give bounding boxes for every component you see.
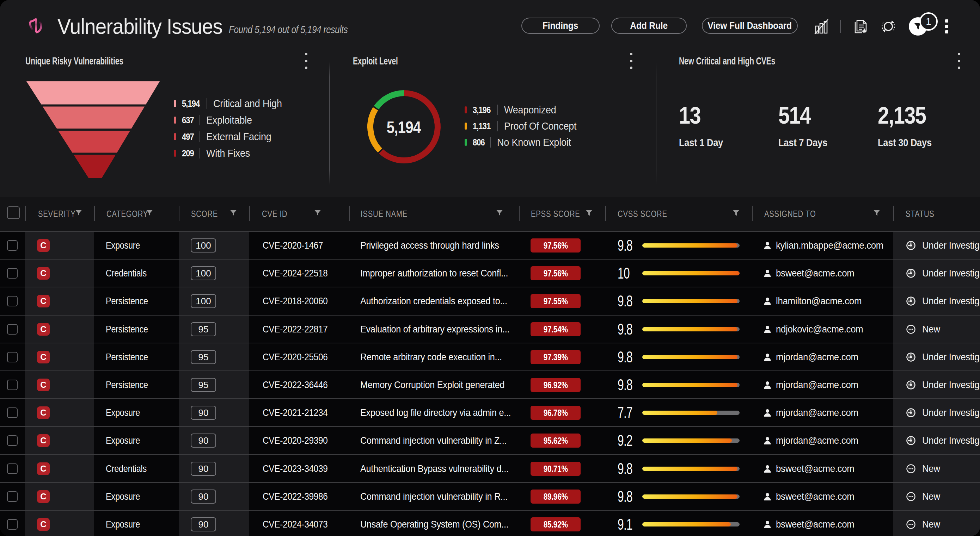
table-row[interactable]: C Persistence 95 CVE-2022-22817 Evaluati… [0, 315, 980, 343]
status-icon [906, 296, 916, 306]
category-cell: Exposure [106, 408, 140, 419]
epss-score-badge: 97.56% [531, 238, 581, 252]
column-header-assigned-to[interactable]: ASSIGNED TO [764, 208, 816, 219]
row-checkbox[interactable] [7, 352, 18, 362]
legend-label: With Fixes [206, 147, 250, 159]
select-all-checkbox[interactable] [7, 206, 20, 219]
row-checkbox[interactable] [7, 268, 18, 279]
table-row[interactable]: C Exposure 90 CVE-2020-29390 Command inj… [0, 426, 980, 454]
table-row[interactable]: C Exposure 90 CVE-2024-34073 Unsafe Oper… [0, 510, 980, 536]
column-header-status[interactable]: STATUS [905, 208, 934, 219]
category-cell: Exposure [106, 435, 140, 446]
column-header-issue-name[interactable]: ISSUE NAME [361, 208, 407, 219]
cvss-score-bar [642, 383, 740, 387]
table-row[interactable]: C Exposure 90 CVE-2021-21234 Exposed log… [0, 398, 980, 427]
column-filter-icon[interactable] [146, 209, 153, 217]
column-header-cve-id[interactable]: CVE ID [262, 208, 287, 219]
header-column-divider [94, 206, 95, 221]
funnel-panel-kebab-icon[interactable] [304, 53, 308, 69]
findings-button[interactable]: Findings [521, 17, 600, 34]
donut-total: 5,194 [374, 117, 433, 137]
category-cell: Credentials [106, 268, 146, 279]
add-rule-button[interactable]: Add Rule [611, 17, 687, 34]
column-filter-icon[interactable] [229, 209, 237, 217]
epss-score-badge: 89.96% [531, 490, 581, 504]
status-icon [906, 464, 916, 474]
cvss-score-cell: 9.8 [617, 237, 632, 254]
status-icon [906, 492, 916, 501]
table-row[interactable]: C Exposure 100 CVE-2020-1467 Privileged … [0, 231, 980, 259]
table-row[interactable]: C Exposure 90 CVE-2022-39986 Command inj… [0, 482, 980, 510]
assigned-to-cell: ndjokovic@acme.com [776, 324, 863, 335]
chart-trend-icon[interactable] [814, 18, 829, 35]
header-kebab-menu-icon[interactable] [942, 19, 951, 33]
person-icon [763, 408, 772, 417]
row-checkbox[interactable] [7, 240, 18, 251]
column-filter-icon[interactable] [496, 209, 503, 217]
column-header-cvss-score[interactable]: CVSS SCORE [617, 208, 667, 219]
header-column-divider [752, 206, 752, 221]
epss-score-badge: 95.62% [531, 433, 581, 447]
column-filter-icon[interactable] [873, 209, 881, 217]
row-checkbox[interactable] [7, 435, 18, 446]
score-chip: 100 [191, 238, 216, 252]
view-full-dashboard-button[interactable]: View Full Dashboard [702, 17, 798, 34]
status-cell: Under Investigation [922, 240, 980, 251]
legend-swatch [174, 117, 176, 124]
column-header-category[interactable]: CATEGORY [107, 208, 148, 219]
legend-label: Critical and High [213, 98, 282, 109]
table-row[interactable]: C Credentials 90 CVE-2023-34039 Authenti… [0, 454, 980, 482]
score-chip: 90 [191, 433, 216, 447]
export-report-icon[interactable] [853, 18, 869, 35]
severity-badge: C [37, 295, 50, 308]
stat-label: Last 7 Days [778, 136, 856, 149]
legend-value: 5,194 [182, 98, 199, 109]
column-header-score[interactable]: SCORE [191, 208, 218, 219]
legend-item: 3,196 Weaponized [465, 103, 560, 117]
table-row[interactable]: C Credentials 100 CVE-2024-22518 Imprope… [0, 259, 980, 287]
column-filter-icon[interactable] [732, 209, 740, 217]
person-icon [763, 520, 772, 529]
column-filter-icon[interactable] [314, 209, 321, 217]
row-checkbox[interactable] [7, 380, 18, 390]
funnel-slice [74, 155, 116, 178]
row-checkbox[interactable] [7, 463, 18, 474]
legend-item: 5,194 Critical and High [174, 97, 287, 111]
category-cell: Persistence [106, 380, 148, 390]
legend-value: 637 [182, 115, 194, 126]
cve-id-cell: CVE-2018-20060 [262, 295, 328, 307]
donut-panel-kebab-icon[interactable] [629, 53, 633, 69]
vulcan-logo [27, 16, 46, 36]
status-cell: New [922, 491, 940, 502]
cve-id-cell: CVE-2020-29390 [262, 435, 328, 446]
legend-divider [497, 121, 498, 132]
legend-label: External Facing [206, 131, 271, 143]
stats-panel-kebab-icon[interactable] [957, 53, 961, 69]
severity-badge: C [37, 351, 50, 363]
legend-swatch [174, 100, 176, 107]
table-row[interactable]: C Persistence 100 CVE-2018-20060 Authori… [0, 287, 980, 315]
row-checkbox[interactable] [7, 408, 18, 418]
row-checkbox[interactable] [7, 296, 18, 306]
category-cell: Exposure [106, 519, 140, 530]
issue-name-cell: Privileged access through hard links [360, 240, 499, 251]
sync-icon[interactable] [880, 18, 897, 35]
legend-item: 1,131 Proof Of Concept [465, 119, 582, 133]
column-filter-icon[interactable] [75, 209, 83, 217]
severity-badge: C [37, 462, 50, 475]
score-chip: 95 [191, 322, 216, 336]
column-filter-icon[interactable] [585, 209, 593, 217]
stat-label: Last 1 Day [679, 136, 757, 149]
legend-divider [199, 132, 200, 142]
status-icon [906, 324, 916, 334]
row-checkbox[interactable] [7, 519, 18, 530]
row-checkbox[interactable] [7, 491, 18, 502]
row-checkbox[interactable] [7, 324, 18, 335]
stat-last-1-day: 13 Last 1 Day [679, 101, 771, 149]
legend-divider [497, 105, 498, 115]
table-row[interactable]: C Persistence 95 CVE-2022-36446 Memory C… [0, 371, 980, 399]
column-header-severity[interactable]: SEVERITY [38, 208, 76, 219]
column-header-epss-score[interactable]: EPSS SCORE [531, 208, 580, 219]
score-chip: 100 [191, 266, 216, 280]
table-row[interactable]: C Persistence 95 CVE-2020-25506 Remote a… [0, 343, 980, 371]
